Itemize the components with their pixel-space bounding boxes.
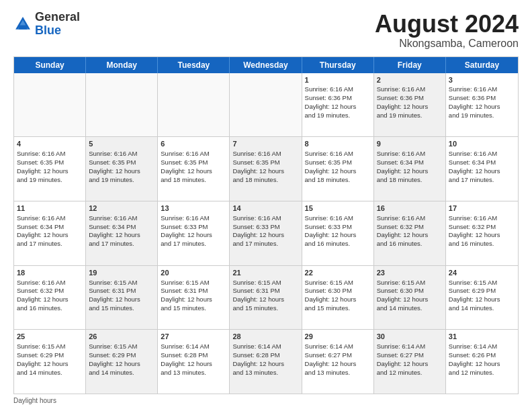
calendar-header-cell: Thursday [302,57,374,73]
day-info-line: and 19 minutes. [17,176,83,185]
day-info-line: Daylight: 12 hours [89,295,154,304]
day-info-line: Daylight: 12 hours [377,167,443,176]
day-info-line: Sunset: 6:30 PM [305,287,371,295]
day-info-line: Daylight: 12 hours [161,231,226,240]
day-info-line: Daylight: 12 hours [377,295,443,304]
day-info-line: Sunrise: 6:16 AM [89,214,154,223]
calendar-cell: 12Sunrise: 6:16 AMSunset: 6:34 PMDayligh… [86,201,158,265]
day-info-line: and 12 minutes. [449,369,515,377]
day-info-line: Sunset: 6:29 PM [17,351,83,360]
day-info-line: Sunset: 6:36 PM [305,94,371,103]
calendar-cell [14,73,86,137]
calendar-cell: 25Sunrise: 6:15 AMSunset: 6:29 PMDayligh… [14,330,86,394]
day-info-line: Sunrise: 6:14 AM [161,342,226,351]
day-info-line: and 14 minutes. [17,369,83,377]
day-info-line: and 16 minutes. [17,304,83,313]
day-info-line: Daylight: 12 hours [449,167,515,176]
day-info-line: and 19 minutes. [449,111,515,120]
day-info-line: Sunset: 6:35 PM [161,158,226,167]
calendar-cell: 18Sunrise: 6:16 AMSunset: 6:32 PMDayligh… [14,266,86,330]
day-info-line: Sunrise: 6:16 AM [377,214,443,223]
calendar-cell: 27Sunrise: 6:14 AMSunset: 6:28 PMDayligh… [158,330,230,394]
day-info-line: and 13 minutes. [305,369,371,377]
day-info-line: Sunrise: 6:16 AM [305,214,371,223]
day-info-line: Daylight: 12 hours [232,295,298,304]
calendar-cell: 2Sunrise: 6:16 AMSunset: 6:36 PMDaylight… [374,73,446,137]
calendar-week: 1Sunrise: 6:16 AMSunset: 6:36 PMDaylight… [14,73,518,138]
calendar-cell: 30Sunrise: 6:14 AMSunset: 6:27 PMDayligh… [374,330,446,394]
calendar-header-cell: Monday [86,57,158,73]
calendar-cell: 3Sunrise: 6:16 AMSunset: 6:36 PMDaylight… [446,73,518,137]
day-info-line: Daylight: 12 hours [17,295,83,304]
day-info-line: Daylight: 12 hours [17,231,83,240]
day-info-line: Daylight: 12 hours [232,360,298,369]
day-number: 23 [377,268,443,278]
logo-icon [13,15,32,34]
day-info-line: Sunrise: 6:16 AM [232,214,298,223]
day-info-line: and 18 minutes. [305,176,371,185]
day-number: 30 [377,332,443,342]
day-info-line: Sunrise: 6:15 AM [377,279,443,287]
calendar-cell: 16Sunrise: 6:16 AMSunset: 6:32 PMDayligh… [374,201,446,265]
day-info-line: and 17 minutes. [232,240,298,248]
day-info-line: and 19 minutes. [89,176,154,185]
day-info-line: and 17 minutes. [89,240,154,248]
day-info-line: Daylight: 12 hours [449,103,515,111]
day-info-line: Daylight: 12 hours [305,231,371,240]
day-info-line: Daylight: 12 hours [89,167,154,176]
day-info-line: Sunset: 6:27 PM [377,351,443,360]
day-info-line: Sunset: 6:28 PM [232,351,298,360]
day-info-line: and 16 minutes. [377,240,443,248]
day-info-line: Daylight: 12 hours [449,231,515,240]
day-info-line: and 18 minutes. [232,176,298,185]
day-info-line: Sunrise: 6:16 AM [161,150,226,158]
day-info-line: Sunset: 6:33 PM [161,223,226,232]
logo: General Blue [13,11,80,38]
day-info-line: Sunset: 6:35 PM [89,158,154,167]
calendar-cell: 20Sunrise: 6:15 AMSunset: 6:31 PMDayligh… [158,266,230,330]
day-info-line: Daylight: 12 hours [305,103,371,111]
day-info-line: Sunrise: 6:14 AM [305,342,371,351]
day-info-line: and 18 minutes. [377,176,443,185]
day-info-line: Sunset: 6:34 PM [17,223,83,232]
day-info-line: and 17 minutes. [17,240,83,248]
calendar-cell: 9Sunrise: 6:16 AMSunset: 6:34 PMDaylight… [374,137,446,201]
day-info-line: Sunrise: 6:16 AM [449,150,515,158]
day-info-line: Sunrise: 6:16 AM [232,150,298,158]
day-info-line: Daylight: 12 hours [377,231,443,240]
day-info-line: Sunrise: 6:16 AM [89,150,154,158]
page: General Blue August 2024 Nkongsamba, Cam… [0,0,532,411]
day-info-line: Daylight: 12 hours [161,167,226,176]
day-info-line: and 18 minutes. [161,176,226,185]
day-number: 10 [449,139,515,149]
day-info-line: Daylight: 12 hours [305,167,371,176]
calendar-cell [230,73,302,137]
day-info-line: Daylight: 12 hours [449,360,515,369]
day-info-line: Sunset: 6:32 PM [377,223,443,232]
day-number: 6 [161,139,226,149]
day-info-line: Sunrise: 6:16 AM [449,214,515,223]
day-info-line: and 19 minutes. [377,111,443,120]
day-info-line: and 13 minutes. [232,369,298,377]
calendar-cell [86,73,158,137]
day-info-line: Sunrise: 6:14 AM [377,342,443,351]
calendar-cell: 5Sunrise: 6:16 AMSunset: 6:35 PMDaylight… [86,137,158,201]
calendar-cell: 11Sunrise: 6:16 AMSunset: 6:34 PMDayligh… [14,201,86,265]
day-info-line: Sunset: 6:32 PM [17,287,83,295]
calendar-week: 4Sunrise: 6:16 AMSunset: 6:35 PMDaylight… [14,137,518,201]
calendar-cell: 10Sunrise: 6:16 AMSunset: 6:34 PMDayligh… [446,137,518,201]
day-info-line: Sunrise: 6:15 AM [161,279,226,287]
day-info-line: Daylight: 12 hours [17,360,83,369]
day-info-line: Sunrise: 6:14 AM [232,342,298,351]
calendar-week: 11Sunrise: 6:16 AMSunset: 6:34 PMDayligh… [14,201,518,266]
day-info-line: Sunrise: 6:15 AM [449,279,515,287]
calendar-header-cell: Sunday [14,57,86,73]
day-info-line: Sunset: 6:33 PM [232,223,298,232]
day-number: 24 [449,268,515,278]
day-info-line: Sunrise: 6:16 AM [305,85,371,94]
calendar-cell: 8Sunrise: 6:16 AMSunset: 6:35 PMDaylight… [302,137,374,201]
calendar-header-cell: Friday [374,57,446,73]
day-info-line: Daylight: 12 hours [305,295,371,304]
calendar-cell: 19Sunrise: 6:15 AMSunset: 6:31 PMDayligh… [86,266,158,330]
calendar-cell: 26Sunrise: 6:15 AMSunset: 6:29 PMDayligh… [86,330,158,394]
